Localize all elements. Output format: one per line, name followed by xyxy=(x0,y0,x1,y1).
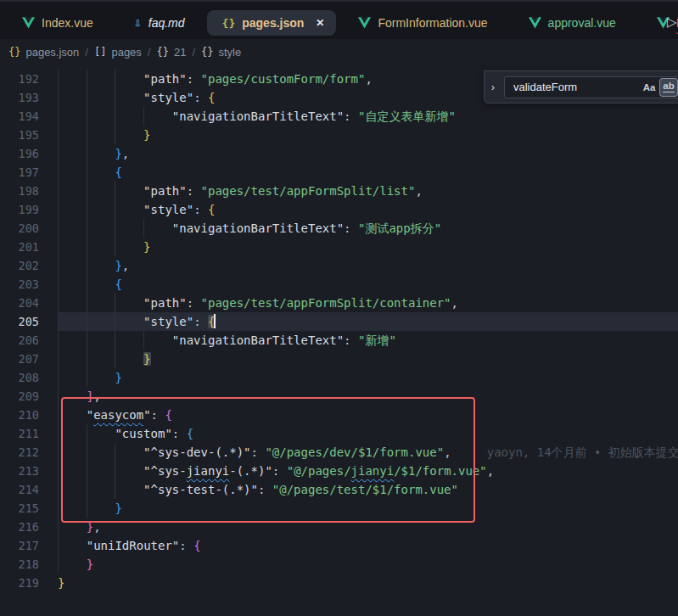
line-number: 213 xyxy=(0,462,58,480)
breadcrumb-item-pages[interactable]: []pages xyxy=(94,46,142,59)
code-token: : xyxy=(344,221,358,235)
code-token: : xyxy=(187,184,201,198)
code-token: , xyxy=(122,259,129,272)
breadcrumb-separator: / xyxy=(148,46,151,59)
code-line[interactable]: 217"uniIdRouter": { xyxy=(0,536,678,555)
find-expand-chevron-icon[interactable]: › xyxy=(488,81,498,93)
code-line[interactable]: 194"navigationBarTitleText": "自定义表单新增" xyxy=(0,107,678,126)
code-content[interactable]: ], xyxy=(58,387,678,406)
git-blame-annotation: yaoyn, 14个月前 • 初始版本提交 xyxy=(487,445,678,459)
tab-pages-json[interactable]: {}pages.json✕ xyxy=(207,10,337,36)
code-content[interactable]: } xyxy=(58,126,678,144)
code-content[interactable]: { xyxy=(58,275,678,294)
code-token: , xyxy=(93,520,100,534)
code-content[interactable]: }, xyxy=(58,144,678,163)
code-token: "path" xyxy=(143,72,187,86)
code-token: } xyxy=(143,128,150,142)
code-token: "@/pages/dev/$1/form.vue" xyxy=(265,445,444,459)
code-line[interactable]: 200"navigationBarTitleText": "测试app拆分" xyxy=(0,219,678,238)
whole-word-toggle[interactable]: ab xyxy=(660,79,677,96)
code-content[interactable]: "^sys-dev-(.*)": "@/pages/dev/$1/form.vu… xyxy=(58,443,678,462)
tab-overflow-chevron-icon[interactable]: ▷ xyxy=(667,14,677,30)
code-token: : xyxy=(193,91,208,104)
code-content[interactable]: "^sys-test-(.*)": "@/pages/test/$1/form.… xyxy=(58,480,678,499)
code-content[interactable]: "custom": { xyxy=(58,424,678,443)
indent-guide xyxy=(87,200,115,219)
code-content[interactable]: "navigationBarTitleText": "测试app拆分" xyxy=(58,219,678,238)
code-content[interactable]: "style": { xyxy=(58,312,678,331)
line-number: 212 xyxy=(0,443,58,462)
code-content[interactable]: "uniIdRouter": { xyxy=(58,536,678,555)
code-token: } xyxy=(115,371,121,384)
code-line[interactable]: 199"style": { xyxy=(0,200,678,219)
code-content[interactable]: "path": "pages/test/appFormSplit/contain… xyxy=(58,294,678,312)
code-line[interactable]: 209], xyxy=(0,387,678,406)
code-content[interactable]: "style": { xyxy=(58,200,678,219)
code-line[interactable]: 202}, xyxy=(0,256,678,275)
indent-guide xyxy=(58,182,87,200)
code-line[interactable]: 215} xyxy=(0,499,678,518)
indent-guide xyxy=(115,480,143,499)
code-token: "测试app拆分" xyxy=(358,221,441,235)
indent-guide xyxy=(58,555,87,574)
code-content[interactable]: "easycom": { xyxy=(58,406,678,424)
code-line[interactable]: 196}, xyxy=(0,144,678,163)
code-token: "navigationBarTitleText" xyxy=(172,221,344,235)
tab-forminformation-vue[interactable]: FormInformation.vue xyxy=(338,10,507,36)
breadcrumb-item-pages-json[interactable]: {}pages.json xyxy=(8,46,79,59)
code-line[interactable]: 206"navigationBarTitleText": "新增" xyxy=(0,331,678,350)
indent-guide xyxy=(58,462,87,480)
code-line[interactable]: 201} xyxy=(0,238,678,256)
line-number: 192 xyxy=(0,70,58,88)
match-case-toggle[interactable]: Aa xyxy=(641,79,658,96)
tab-faq-md[interactable]: ⇩faq.md xyxy=(114,10,205,36)
code-content[interactable]: } xyxy=(58,350,678,368)
code-content[interactable]: } xyxy=(58,555,678,574)
breadcrumb-item-style[interactable]: {}style xyxy=(201,46,241,59)
code-line[interactable]: 197{ xyxy=(0,163,678,182)
code-content[interactable]: "navigationBarTitleText": "自定义表单新增" xyxy=(58,107,678,126)
code-content[interactable]: "^sys-jianyi-(.*)": "@/pages/jianyi/$1/f… xyxy=(58,462,678,480)
code-content[interactable]: } xyxy=(58,368,678,387)
code-content[interactable]: { xyxy=(58,163,678,182)
code-line[interactable]: 213"^sys-jianyi-(.*)": "@/pages/jianyi/$… xyxy=(0,462,678,480)
code-content[interactable]: "path": "pages/test/appFormSplit/list", xyxy=(58,182,678,200)
code-content[interactable]: }, xyxy=(58,256,678,275)
code-token: easycom xyxy=(93,408,143,422)
code-line[interactable]: 204"path": "pages/test/appFormSplit/cont… xyxy=(0,294,678,312)
code-line[interactable]: 207} xyxy=(0,350,678,368)
code-editor[interactable]: 192"path": "pages/customForm/form",193"s… xyxy=(0,64,678,592)
code-content[interactable]: } xyxy=(58,238,678,256)
code-line[interactable]: 203{ xyxy=(0,275,678,294)
code-token: "path" xyxy=(143,296,187,310)
code-token: { xyxy=(193,539,200,552)
indent-guide xyxy=(58,368,87,387)
close-icon[interactable]: ✕ xyxy=(316,17,324,29)
indent-guide xyxy=(58,163,87,182)
code-content[interactable]: }, xyxy=(58,518,678,536)
tab-index-vue[interactable]: Index.vue xyxy=(2,10,114,36)
code-token: , xyxy=(487,464,494,478)
code-token: : xyxy=(258,483,272,496)
code-line[interactable]: 212"^sys-dev-(.*)": "@/pages/dev/$1/form… xyxy=(0,443,678,462)
code-line[interactable]: 216}, xyxy=(0,518,678,536)
breadcrumb-item-21[interactable]: {}21 xyxy=(156,46,186,59)
code-content[interactable]: "navigationBarTitleText": "新增" xyxy=(58,331,678,350)
line-number: 207 xyxy=(0,350,58,368)
tab-approval-vue[interactable]: approval.vue xyxy=(508,10,636,36)
code-line[interactable]: 195} xyxy=(0,126,678,144)
indent-guide xyxy=(58,256,87,275)
code-line[interactable]: 205"style": { xyxy=(0,312,678,331)
code-line[interactable]: 210"easycom": { xyxy=(0,406,678,424)
code-token: " xyxy=(87,408,93,422)
indent-guide xyxy=(58,350,87,368)
code-line[interactable]: 219} xyxy=(0,574,678,592)
code-line[interactable]: 214"^sys-test-(.*)": "@/pages/test/$1/fo… xyxy=(0,480,678,499)
code-line[interactable]: 218} xyxy=(0,555,678,574)
find-input[interactable] xyxy=(513,81,638,93)
code-line[interactable]: 208} xyxy=(0,368,678,387)
code-content[interactable]: } xyxy=(58,574,678,592)
code-line[interactable]: 211"custom": { xyxy=(0,424,678,443)
code-content[interactable]: } xyxy=(58,499,678,518)
code-line[interactable]: 198"path": "pages/test/appFormSplit/list… xyxy=(0,182,678,200)
